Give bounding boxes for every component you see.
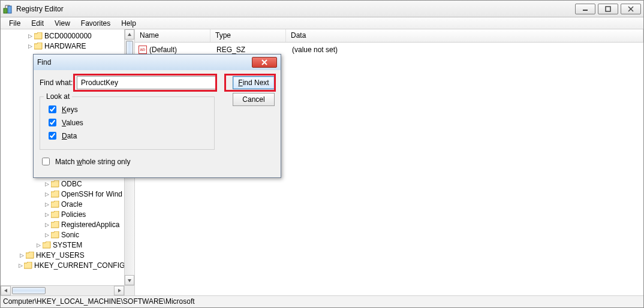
menu-favorites[interactable]: Favorites [76,18,115,29]
folder-icon [51,180,59,188]
tree-item-label: BCD00000000 [44,32,92,40]
scroll-right-icon[interactable] [114,286,124,295]
expand-icon[interactable]: ▷ [44,222,50,228]
regedit-icon [3,4,13,14]
list-header: Name Type Data [135,29,643,43]
expand-icon[interactable]: ▷ [44,201,50,207]
menu-file[interactable]: File [4,18,25,29]
svg-rect-1 [8,6,11,13]
folder-icon [34,43,43,50]
svg-marker-9 [118,289,121,292]
expand-icon[interactable]: ▷ [44,212,50,218]
tree-item-label: Policies [61,210,86,219]
folder-icon [34,32,43,40]
folder-icon [24,262,32,269]
status-path: Computer\HKEY_LOCAL_MACHINE\SOFTWARE\Mic… [3,297,195,306]
values-checkbox[interactable]: Values [46,117,208,128]
svg-rect-0 [4,8,7,13]
tree-item-label: RegisteredApplica [61,221,119,229]
tree-item[interactable]: ▷Sonic [2,230,124,240]
match-whole-checkbox[interactable]: Match whole string only [40,156,275,167]
tree-item[interactable]: ▷HKEY_USERS [2,250,124,260]
tree-item-label: HARDWARE [44,42,86,50]
menu-view[interactable]: View [50,18,75,29]
tree-item[interactable]: ▷HARDWARE [2,41,124,51]
maximize-button[interactable] [598,4,618,14]
tree-item[interactable]: ▷Policies [2,209,124,219]
cancel-button[interactable]: Cancel [233,93,275,106]
find-title-text: Find [37,58,252,67]
look-at-label: Look at [44,92,72,101]
find-body: Find what: Look at KKeyseys Values Data … [34,70,281,177]
tree-item[interactable]: ▷SYSTEM [2,240,124,250]
expand-icon[interactable]: ▷ [44,232,50,238]
tree-item-label: SYSTEM [53,241,82,249]
expand-icon[interactable]: ▷ [19,252,25,258]
tree-item-label: HKEY_CURRENT_CONFIG [34,261,125,270]
svg-rect-3 [606,7,610,11]
expand-icon[interactable]: ▷ [27,33,33,39]
expand-icon[interactable]: ▷ [44,191,50,197]
tree-item[interactable]: ▷Oracle [2,199,124,209]
scroll-thumb-h[interactable] [12,287,46,294]
statusbar: Computer\HKEY_LOCAL_MACHINE\SOFTWARE\Mic… [1,295,643,307]
expand-icon[interactable]: ▷ [27,43,33,49]
tree-item-label: HKEY_USERS [36,251,85,259]
find-what-input[interactable] [77,76,216,89]
scroll-down-icon[interactable] [125,275,134,285]
row-name: (Default) [149,46,177,54]
tree-item-label: Oracle [61,200,82,209]
folder-icon [51,201,59,208]
tree-item[interactable]: ▷BCD00000000 [2,31,124,41]
row-type: REG_SZ [212,46,287,54]
tree-item[interactable]: ▷ODBC [2,179,124,189]
folder-icon [26,252,34,259]
folder-icon [51,231,59,238]
expand-icon[interactable]: ▷ [19,262,23,268]
folder-icon [51,191,59,198]
tree-item-label: ODBC [61,180,82,188]
svg-marker-6 [128,33,131,36]
folder-icon [43,241,51,249]
window-controls [575,4,641,14]
menu-help[interactable]: Help [116,18,141,29]
tree-item-label: Sonic [61,231,79,239]
window-title: Registry Editor [16,5,575,13]
folder-icon [51,221,59,228]
menubar: File Edit View Favorites Help [1,17,643,29]
row-data: (value not set) [287,46,338,54]
expand-icon[interactable]: ▷ [44,181,50,187]
keys-checkbox[interactable]: KKeyseys [46,104,208,115]
find-close-button[interactable] [252,57,277,68]
find-dialog: Find Find what: Look at KKeyseys Values … [33,54,281,178]
folder-icon [51,211,59,218]
minimize-button[interactable] [575,4,595,14]
tree-item-label: OpenSSH for Wind [61,190,122,198]
string-value-icon: ab [139,46,147,54]
close-button[interactable] [621,4,641,14]
menu-edit[interactable]: Edit [26,18,49,29]
tree-item[interactable]: ▷RegisteredApplica [2,219,124,230]
scroll-up-icon[interactable] [125,29,134,40]
col-name[interactable]: Name [135,29,210,42]
find-titlebar[interactable]: Find [34,55,281,70]
tree-horizontal-scrollbar[interactable] [1,285,124,295]
look-at-group: Look at KKeyseys Values Data [40,96,215,150]
scroll-corner [124,285,134,295]
titlebar: Registry Editor [1,1,643,17]
scroll-left-icon[interactable] [1,286,11,295]
find-what-label: Find what: [40,78,77,87]
svg-marker-8 [4,289,7,292]
col-data[interactable]: Data [286,29,643,42]
svg-marker-7 [128,279,131,282]
find-next-button[interactable]: Find Next [233,76,275,89]
expand-icon[interactable]: ▷ [35,242,41,248]
data-checkbox[interactable]: Data [46,130,208,141]
col-type[interactable]: Type [210,29,286,42]
tree-item[interactable]: ▷OpenSSH for Wind [2,189,124,199]
tree-item[interactable]: ▷HKEY_CURRENT_CONFIG [2,260,124,270]
